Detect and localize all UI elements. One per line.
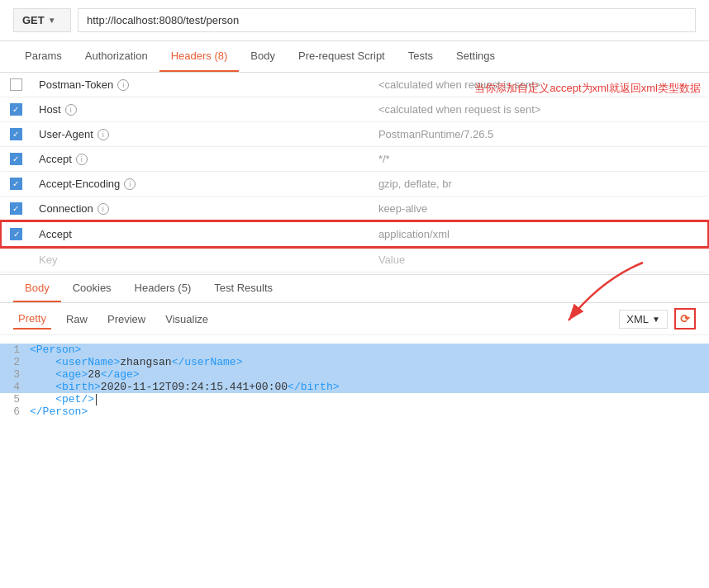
bottom-tab-cookies[interactable]: Cookies — [61, 275, 123, 302]
header-value-host: <calculated when request is sent> — [370, 97, 708, 122]
line-num-4: 4 — [0, 381, 30, 393]
table-row: Hosti <calculated when request is sent> — [1, 97, 708, 122]
code-area: 1 <Person> 2 <userName>zhangsan</userNam… — [0, 335, 709, 426]
tab-settings[interactable]: Settings — [445, 41, 507, 72]
url-bar: GET ▼ — [0, 0, 709, 41]
format-type-select[interactable]: XML ▼ — [619, 310, 668, 329]
line-num-2: 2 — [0, 356, 30, 368]
table-row: User-Agenti PostmanRuntime/7.26.5 — [1, 122, 708, 147]
line-num-3: 3 — [0, 368, 30, 381]
code-line-3: 3 <age>28</age> — [0, 368, 709, 381]
format-tab-preview[interactable]: Preview — [102, 310, 150, 329]
header-value-accept-encoding: gzip, deflate, br — [370, 172, 708, 197]
format-type-chevron: ▼ — [652, 315, 660, 324]
line-num-1: 1 — [0, 344, 30, 356]
code-line-1: 1 <Person> — [0, 344, 709, 356]
info-icon-host[interactable]: i — [65, 104, 77, 116]
line-content-5: <pet/> — [30, 393, 709, 405]
method-select[interactable]: GET ▼ — [13, 8, 71, 32]
top-tabs-bar: Params Authorization Headers (8) Body Pr… — [0, 41, 709, 73]
header-value-connection: keep-alive — [370, 197, 708, 222]
code-line-5: 5 <pet/> — [0, 393, 709, 405]
format-tab-pretty[interactable]: Pretty — [13, 309, 51, 330]
info-icon-accept-encoding[interactable]: i — [124, 178, 136, 190]
info-icon-user-agent[interactable]: i — [98, 129, 109, 140]
format-tab-visualize[interactable]: Visualize — [160, 310, 213, 329]
line-content-4: <birth>2020-11-12T09:24:15.441+00:00</bi… — [30, 381, 709, 393]
tab-tests[interactable]: Tests — [397, 41, 445, 72]
table-row: Accept-Encodingi gzip, deflate, br — [1, 172, 708, 197]
code-line-6: 6 </Person> — [0, 405, 709, 418]
checkbox-connection[interactable] — [10, 202, 22, 215]
code-line-4: 4 <birth>2020-11-12T09:24:15.441+00:00</… — [0, 381, 709, 393]
checkbox-user-agent[interactable] — [10, 128, 22, 140]
line-content-1: <Person> — [30, 344, 709, 356]
header-key-accept-encoding: Accept-Encodingi — [39, 178, 362, 190]
tab-prerequest[interactable]: Pre-request Script — [287, 41, 397, 72]
line-content-6: </Person> — [30, 405, 709, 418]
info-icon-accept1[interactable]: i — [76, 154, 88, 165]
headers-section: 当你添加自定义accept为xml就返回xml类型数据 Postman-Toke… — [0, 73, 709, 273]
table-row: Connectioni keep-alive — [1, 197, 708, 222]
line-content-3: <age>28</age> — [30, 368, 709, 381]
checkbox-accept2[interactable] — [10, 228, 22, 240]
text-cursor — [96, 394, 97, 405]
headers-table: Postman-Tokeni <calculated when request … — [0, 73, 709, 273]
header-key-user-agent: User-Agenti — [39, 128, 362, 140]
method-label: GET — [22, 14, 45, 26]
header-value-accept1: */* — [370, 147, 708, 172]
checkbox-host[interactable] — [10, 103, 22, 116]
table-row-highlighted: Accept application/xml — [1, 221, 708, 247]
table-row: Accepti */* — [1, 147, 708, 172]
format-type-label: XML — [626, 313, 649, 325]
new-value-placeholder[interactable]: Value — [378, 254, 405, 266]
tab-authorization[interactable]: Authorization — [74, 41, 159, 72]
line-num-5: 5 — [0, 393, 30, 405]
bottom-tab-testresults[interactable]: Test Results — [202, 275, 284, 302]
annotation-text: 当你添加自定义accept为xml就返回xml类型数据 — [474, 81, 701, 96]
url-input[interactable] — [78, 8, 696, 32]
bottom-tab-body[interactable]: Body — [13, 275, 61, 302]
checkbox-postman-token[interactable] — [10, 78, 22, 91]
tab-body[interactable]: Body — [239, 41, 287, 72]
bottom-tab-headers5[interactable]: Headers (5) — [123, 275, 203, 302]
new-header-row: Key Value — [1, 247, 708, 273]
header-key-accept2: Accept — [39, 228, 72, 240]
header-key-accept1: Accepti — [39, 153, 362, 165]
line-num-6: 6 — [0, 405, 30, 418]
header-key-host: Hosti — [39, 103, 362, 116]
tab-headers[interactable]: Headers (8) — [159, 41, 240, 72]
new-key-placeholder[interactable]: Key — [39, 254, 57, 266]
header-key-postman-token: Postman-Tokeni — [39, 78, 362, 91]
line-content-2: <userName>zhangsan</userName> — [30, 356, 709, 368]
refresh-button[interactable]: ⟳ — [674, 308, 696, 330]
bottom-tabs-bar: Body Cookies Headers (5) Test Results — [0, 274, 709, 303]
method-chevron: ▼ — [48, 16, 56, 25]
code-line-2: 2 <userName>zhangsan</userName> — [0, 356, 709, 368]
header-value-accept2: application/xml — [370, 221, 708, 247]
info-icon-postman-token[interactable]: i — [117, 79, 129, 91]
header-key-connection: Connectioni — [39, 202, 362, 215]
info-icon-connection[interactable]: i — [98, 203, 109, 215]
header-value-user-agent: PostmanRuntime/7.26.5 — [370, 122, 708, 147]
checkbox-accept1[interactable] — [10, 153, 22, 165]
checkbox-accept-encoding[interactable] — [10, 178, 22, 190]
tab-params[interactable]: Params — [13, 41, 74, 72]
format-tab-raw[interactable]: Raw — [61, 310, 93, 329]
format-bar: Pretty Raw Preview Visualize XML ▼ ⟳ — [0, 303, 709, 335]
